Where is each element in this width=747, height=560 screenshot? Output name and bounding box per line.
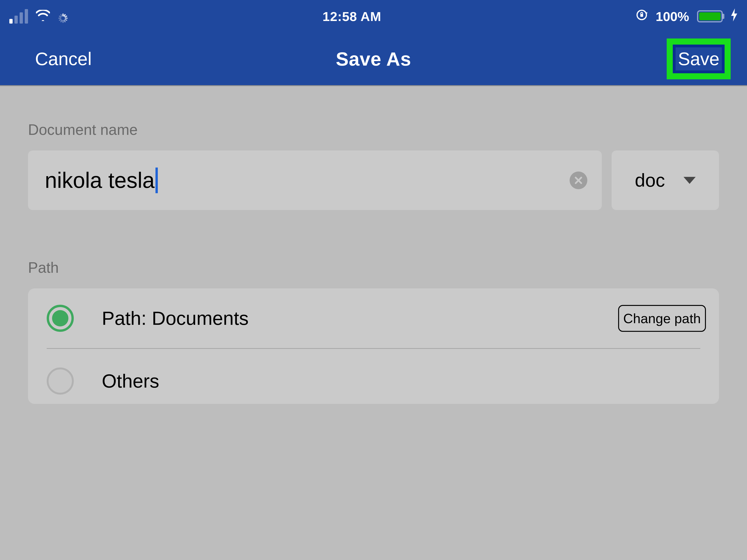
path-option-label: Others <box>102 370 159 392</box>
change-path-button[interactable]: Change path <box>618 305 706 332</box>
loading-spinner-icon <box>58 11 68 22</box>
page-title: Save As <box>336 48 411 70</box>
radio-selected-icon[interactable] <box>47 305 74 332</box>
wifi-icon <box>36 9 50 24</box>
content-area: Document name nikola tesla doc Path Path… <box>0 121 747 404</box>
nav-bar: Cancel Save As Save <box>0 33 747 85</box>
clear-input-button[interactable] <box>570 171 587 189</box>
svg-rect-0 <box>62 14 64 16</box>
document-name-section-label: Document name <box>28 121 719 138</box>
nav-divider <box>0 85 747 86</box>
path-option-others[interactable]: Others <box>28 349 719 404</box>
save-button[interactable]: Save <box>673 45 725 73</box>
charging-bolt-icon <box>731 8 738 25</box>
svg-rect-9 <box>58 18 61 19</box>
battery-percent-label: 100% <box>656 9 689 24</box>
close-icon <box>574 176 583 185</box>
path-option-documents[interactable]: Path: Documents Change path <box>28 288 719 348</box>
cancel-button[interactable]: Cancel <box>35 48 92 70</box>
cellular-signal-icon <box>9 9 28 24</box>
status-right: 100% <box>636 8 738 25</box>
text-cursor <box>155 167 158 193</box>
svg-rect-13 <box>640 14 643 17</box>
path-section-label: Path <box>28 259 719 276</box>
save-button-highlight: Save <box>667 38 731 79</box>
path-card: Path: Documents Change path Others <box>28 288 719 404</box>
orientation-lock-icon <box>636 9 648 24</box>
chevron-down-icon <box>684 177 696 184</box>
status-bar: 12:58 AM 100% <box>0 0 747 33</box>
path-option-label: Path: Documents <box>102 307 249 329</box>
battery-icon <box>697 10 723 22</box>
svg-rect-6 <box>62 20 64 23</box>
status-left <box>9 9 68 24</box>
svg-rect-3 <box>65 18 68 19</box>
document-name-value: nikola tesla <box>45 168 155 193</box>
document-name-input[interactable]: nikola tesla <box>28 151 602 210</box>
radio-unselected-icon[interactable] <box>47 368 74 395</box>
document-name-row: nikola tesla doc <box>28 151 719 210</box>
status-bar-time: 12:58 AM <box>68 9 636 24</box>
file-extension-selector[interactable]: doc <box>612 151 719 210</box>
file-extension-label: doc <box>635 170 665 191</box>
